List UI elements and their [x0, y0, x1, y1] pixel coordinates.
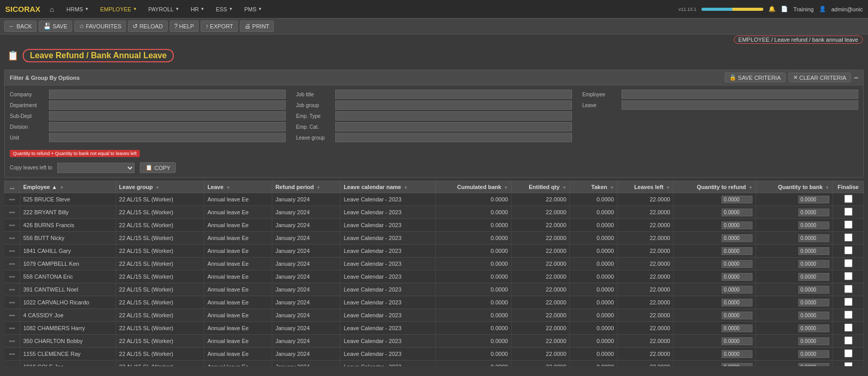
- row-qty-bank[interactable]: [756, 348, 833, 361]
- row-qty-refund[interactable]: [674, 270, 756, 283]
- row-options[interactable]: •••: [5, 258, 20, 270]
- doc-icon[interactable]: 📄: [781, 6, 788, 12]
- reload-button[interactable]: ↺RELOAD: [128, 21, 167, 32]
- filter-employee-input[interactable]: [621, 90, 858, 99]
- row-finalise[interactable]: [833, 296, 864, 309]
- filter-division-input[interactable]: [49, 122, 286, 131]
- row-qty-bank[interactable]: [756, 283, 833, 296]
- row-qty-bank[interactable]: [756, 322, 833, 335]
- row-qty-bank[interactable]: [756, 219, 833, 232]
- row-qty-bank[interactable]: [756, 232, 833, 245]
- filter-jobtitle-input[interactable]: [335, 90, 572, 99]
- row-options[interactable]: •••: [5, 283, 20, 296]
- help-button[interactable]: ?HELP: [170, 21, 199, 32]
- row-qty-refund[interactable]: [674, 361, 756, 367]
- row-options[interactable]: •••: [5, 232, 20, 245]
- row-options[interactable]: •••: [5, 322, 20, 335]
- row-finalise[interactable]: [833, 206, 864, 219]
- row-qty-refund[interactable]: [674, 219, 756, 232]
- row-qty-bank[interactable]: [756, 335, 833, 348]
- row-qty-refund[interactable]: [674, 283, 756, 296]
- clear-criteria-button[interactable]: ✕ CLEAR CRITERIA: [789, 73, 851, 82]
- row-finalise[interactable]: [833, 283, 864, 296]
- row-options[interactable]: •••: [5, 361, 20, 367]
- favourites-button[interactable]: ☆FAVOURITES: [74, 21, 126, 32]
- training-link[interactable]: Training: [793, 6, 813, 12]
- col-header-leaves-left[interactable]: Leaves left ▼: [617, 181, 674, 193]
- row-finalise[interactable]: [833, 219, 864, 232]
- filter-leavegroup-input[interactable]: [335, 133, 572, 142]
- col-header-taken[interactable]: Taken ▼: [570, 181, 617, 193]
- filter-leave-input[interactable]: [621, 100, 858, 110]
- row-qty-refund[interactable]: [674, 206, 756, 219]
- row-qty-bank[interactable]: [756, 258, 833, 270]
- col-header-refund-period[interactable]: Refund period ▼: [272, 181, 340, 193]
- row-finalise[interactable]: [833, 361, 864, 367]
- row-finalise[interactable]: [833, 322, 864, 335]
- nav-payroll[interactable]: PAYROLL ▼: [143, 0, 185, 19]
- row-qty-bank[interactable]: [756, 245, 833, 258]
- filter-empcat-input[interactable]: [335, 122, 572, 131]
- row-qty-refund[interactable]: [674, 322, 756, 335]
- row-qty-refund[interactable]: [674, 232, 756, 245]
- filter-company-input[interactable]: [49, 90, 286, 99]
- row-qty-bank[interactable]: [756, 206, 833, 219]
- row-options[interactable]: •••: [5, 193, 20, 206]
- filter-department-input[interactable]: [49, 100, 286, 110]
- row-qty-bank[interactable]: [756, 270, 833, 283]
- row-options[interactable]: •••: [5, 219, 20, 232]
- row-finalise[interactable]: [833, 309, 864, 322]
- col-header-employee[interactable]: Employee ▲ ▼: [20, 181, 116, 193]
- col-header-calendar[interactable]: Leave calendar name ▼: [340, 181, 436, 193]
- row-options[interactable]: •••: [5, 309, 20, 322]
- filter-emptype-input[interactable]: [335, 111, 572, 121]
- export-button[interactable]: ↑EXPORT: [201, 21, 238, 32]
- row-qty-bank[interactable]: [756, 361, 833, 367]
- table-container[interactable]: ... Employee ▲ ▼ Leave group ▼ Leave ▼ R…: [4, 181, 864, 366]
- row-options[interactable]: •••: [5, 296, 20, 309]
- row-finalise[interactable]: [833, 335, 864, 348]
- col-header-qty-refund[interactable]: Quantity to refund ▼: [674, 181, 756, 193]
- row-options[interactable]: •••: [5, 335, 20, 348]
- row-finalise[interactable]: [833, 258, 864, 270]
- row-qty-refund[interactable]: [674, 309, 756, 322]
- nav-pms[interactable]: PMS ▼: [239, 0, 267, 19]
- filter-jobgroup-input[interactable]: [335, 100, 572, 110]
- row-qty-refund[interactable]: [674, 193, 756, 206]
- row-qty-bank[interactable]: [756, 296, 833, 309]
- home-icon[interactable]: ⌂: [50, 5, 54, 13]
- col-header-leave[interactable]: Leave ▼: [204, 181, 272, 193]
- nav-ess[interactable]: ESS ▼: [210, 0, 238, 19]
- filter-unit-input[interactable]: [49, 133, 286, 142]
- row-options[interactable]: •••: [5, 245, 20, 258]
- row-finalise[interactable]: [833, 348, 864, 361]
- save-button[interactable]: 💾SAVE: [39, 21, 72, 32]
- save-criteria-button[interactable]: 🔒 SAVE CRITERIA: [725, 73, 785, 82]
- row-qty-refund[interactable]: [674, 258, 756, 270]
- copy-leaves-select[interactable]: [57, 163, 135, 173]
- row-options[interactable]: •••: [5, 348, 20, 361]
- row-qty-bank[interactable]: [756, 309, 833, 322]
- row-qty-refund[interactable]: [674, 348, 756, 361]
- col-header-cumulated[interactable]: Cumulated bank ▼: [435, 181, 511, 193]
- row-qty-bank[interactable]: [756, 193, 833, 206]
- row-options[interactable]: •••: [5, 206, 20, 219]
- row-qty-refund[interactable]: [674, 296, 756, 309]
- col-header-entitled[interactable]: Entitled qty ▼: [511, 181, 569, 193]
- notification-icon[interactable]: 🔔: [768, 6, 776, 12]
- filter-subdept-input[interactable]: [49, 111, 286, 121]
- row-finalise[interactable]: [833, 270, 864, 283]
- nav-hr[interactable]: HR ▼: [186, 0, 210, 19]
- col-header-leave-group[interactable]: Leave group ▼: [116, 181, 204, 193]
- nav-hrms[interactable]: HRMS ▼: [61, 0, 94, 19]
- row-qty-refund[interactable]: [674, 335, 756, 348]
- row-finalise[interactable]: [833, 193, 864, 206]
- row-finalise[interactable]: [833, 232, 864, 245]
- row-qty-refund[interactable]: [674, 245, 756, 258]
- print-button[interactable]: 🖨PRINT: [240, 21, 274, 32]
- copy-button[interactable]: 📋 COPY: [140, 162, 176, 173]
- row-finalise[interactable]: [833, 245, 864, 258]
- collapse-filter-button[interactable]: −: [854, 74, 858, 82]
- col-header-qty-bank[interactable]: Quantity to bank ▼: [756, 181, 833, 193]
- back-button[interactable]: ←BACK: [4, 21, 37, 32]
